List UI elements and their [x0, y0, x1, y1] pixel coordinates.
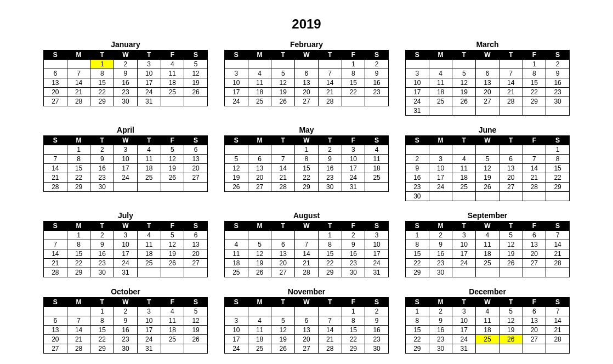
table-row: 78910111213	[44, 155, 208, 164]
weekday-header: T	[271, 136, 295, 145]
day-cell: 17	[342, 164, 365, 173]
day-cell: 4	[161, 60, 184, 69]
day-cell	[271, 231, 295, 240]
day-cell: 4	[365, 145, 389, 155]
day-cell	[318, 307, 342, 316]
day-cell: 28	[318, 344, 342, 354]
day-cell	[342, 97, 365, 106]
day-cell	[161, 97, 184, 106]
day-cell: 21	[546, 326, 570, 335]
day-cell: 17	[114, 164, 138, 173]
day-cell: 1	[295, 145, 319, 155]
day-cell: 2	[429, 231, 452, 240]
month-name: December	[405, 287, 570, 296]
day-cell: 16	[429, 326, 452, 335]
table-row: 282930	[44, 183, 208, 192]
weekday-header: S	[184, 136, 208, 145]
table-row: 24252627282930	[406, 97, 570, 106]
weekday-header: T	[137, 50, 161, 60]
day-cell: 2	[114, 60, 138, 69]
day-cell: 28	[546, 259, 570, 268]
day-cell: 29	[523, 97, 546, 106]
day-cell: 17	[452, 326, 476, 335]
day-cell: 20	[295, 335, 319, 344]
day-cell: 20	[271, 259, 295, 268]
day-cell: 8	[90, 69, 114, 78]
day-cell: 1	[523, 60, 546, 69]
day-cell: 11	[225, 249, 248, 259]
day-cell: 26	[271, 344, 295, 354]
day-cell	[114, 183, 138, 192]
table-row: 2930	[406, 268, 570, 277]
day-cell: 6	[184, 231, 208, 240]
day-cell: 25	[452, 183, 476, 192]
day-cell: 18	[161, 326, 184, 335]
day-cell	[161, 183, 184, 192]
day-cell: 30	[546, 97, 570, 106]
table-row: 2728293031	[44, 97, 208, 106]
day-cell: 29	[342, 344, 365, 354]
day-cell: 26	[499, 259, 523, 268]
weekday-header: S	[225, 136, 248, 145]
month-name: January	[43, 40, 208, 49]
day-cell	[452, 106, 476, 116]
day-cell	[67, 307, 90, 316]
month-december: DecemberSMTWTFS1234567891011121314151617…	[405, 287, 570, 354]
day-cell: 24	[137, 335, 161, 344]
table-row: 123456	[44, 145, 208, 155]
table-row: 1234567	[406, 307, 570, 316]
day-cell: 16	[342, 249, 365, 259]
day-cell: 7	[546, 307, 570, 316]
day-cell	[476, 60, 500, 69]
day-cell: 22	[318, 259, 342, 268]
day-cell: 7	[67, 69, 90, 78]
day-cell: 21	[318, 335, 342, 344]
day-cell: 7	[523, 155, 546, 164]
day-cell: 9	[318, 155, 342, 164]
day-cell: 19	[184, 78, 208, 88]
day-cell: 10	[114, 155, 138, 164]
day-cell: 31	[342, 183, 365, 192]
day-cell: 17	[225, 335, 248, 344]
weekday-header: M	[248, 50, 271, 60]
month-name: September	[405, 211, 570, 220]
table-row: 23242526272829	[406, 183, 570, 192]
month-april: AprilSMTWTFS1234567891011121314151617181…	[43, 126, 208, 201]
day-cell	[44, 231, 67, 240]
day-cell: 2	[114, 307, 138, 316]
day-cell: 10	[137, 69, 161, 78]
day-cell: 26	[271, 97, 295, 106]
day-cell: 29	[90, 344, 114, 354]
day-cell: 28	[271, 183, 295, 192]
day-cell	[44, 60, 67, 69]
day-cell: 14	[271, 164, 295, 173]
day-cell: 11	[452, 164, 476, 173]
day-cell: 17	[114, 249, 138, 259]
day-cell: 27	[523, 335, 546, 344]
weekday-header: T	[90, 136, 114, 145]
weekday-header: F	[342, 221, 365, 231]
day-cell: 19	[248, 259, 271, 268]
day-cell: 12	[271, 326, 295, 335]
day-cell	[295, 60, 319, 69]
day-cell: 24	[137, 88, 161, 97]
day-cell: 8	[406, 240, 429, 249]
month-march: MarchSMTWTFS1234567891011121314151617181…	[405, 40, 570, 116]
day-cell: 9	[546, 69, 570, 78]
day-cell: 7	[318, 316, 342, 326]
day-cell	[429, 60, 452, 69]
day-cell	[499, 106, 523, 116]
table-row: 3456789	[225, 69, 389, 78]
weekday-header: F	[523, 136, 546, 145]
weekday-header: W	[114, 298, 138, 307]
day-cell: 15	[90, 326, 114, 335]
weekday-header: T	[318, 136, 342, 145]
month-july: JulySMTWTFS12345678910111213141516171819…	[43, 211, 208, 277]
day-cell: 4	[137, 231, 161, 240]
weekday-header: W	[476, 298, 500, 307]
day-cell: 22	[342, 335, 365, 344]
day-cell: 6	[295, 316, 319, 326]
weekday-header: T	[90, 221, 114, 231]
day-cell: 16	[406, 173, 429, 183]
weekday-header: M	[67, 136, 90, 145]
